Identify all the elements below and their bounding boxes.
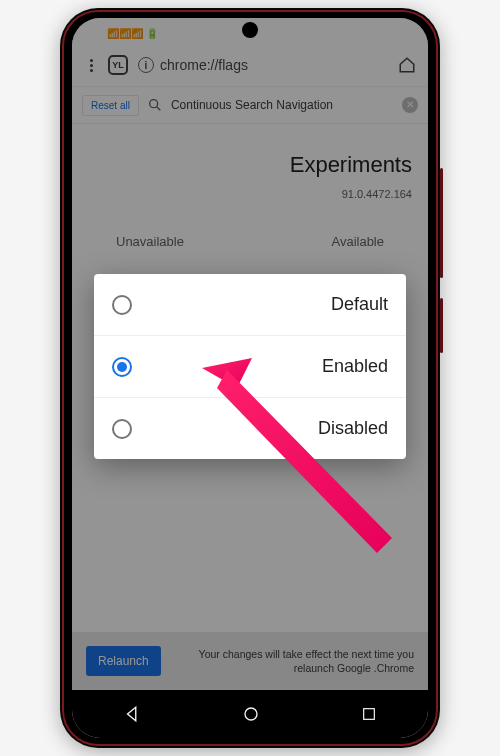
android-nav-bar bbox=[72, 690, 428, 738]
phone-frame: 2:00 📶📶📶 🔋 🛡 JAWWN Ocredoe YL i chrome:/… bbox=[60, 8, 440, 748]
option-disabled[interactable]: Disabled bbox=[94, 398, 406, 459]
radio-icon bbox=[112, 295, 132, 315]
nav-back-icon[interactable] bbox=[123, 705, 141, 723]
nav-recent-icon[interactable] bbox=[361, 706, 377, 722]
screen: 2:00 📶📶📶 🔋 🛡 JAWWN Ocredoe YL i chrome:/… bbox=[72, 18, 428, 738]
option-label: Enabled bbox=[146, 356, 388, 377]
radio-icon bbox=[112, 357, 132, 377]
option-enabled[interactable]: Enabled bbox=[94, 336, 406, 398]
camera-notch bbox=[242, 22, 258, 38]
svg-point-4 bbox=[245, 708, 257, 720]
flag-value-dialog: Default Enabled Disabled bbox=[94, 274, 406, 459]
volume-button bbox=[440, 168, 443, 278]
option-label: Default bbox=[146, 294, 388, 315]
nav-home-icon[interactable] bbox=[242, 705, 260, 723]
radio-icon bbox=[112, 419, 132, 439]
svg-rect-5 bbox=[364, 709, 375, 720]
power-button bbox=[440, 298, 443, 353]
option-default[interactable]: Default bbox=[94, 274, 406, 336]
option-label: Disabled bbox=[146, 418, 388, 439]
